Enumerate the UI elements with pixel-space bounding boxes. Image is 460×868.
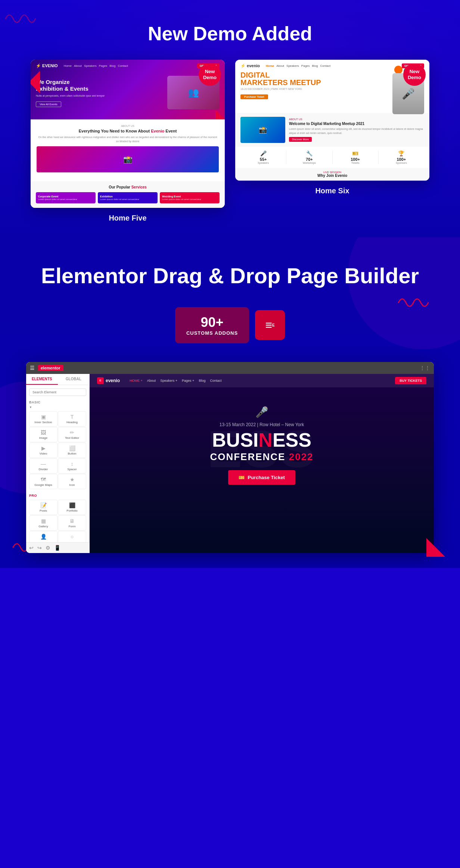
- card-six-hero-btn[interactable]: Purchase Ticket: [240, 94, 268, 99]
- card-six-why-title: Why Join Evenio: [240, 174, 424, 178]
- purchase-ticket-label: Purchase Ticket: [248, 475, 285, 480]
- demo-card-six[interactable]: NewDemo ⚡ evenio HomeAboutSpeakersPagesB…: [235, 60, 429, 222]
- sidebar-search: [26, 385, 89, 399]
- nav-link-blog[interactable]: Blog: [199, 379, 205, 383]
- canvas-hero-year: 2022: [289, 451, 314, 462]
- card-five-nav: ⚡ EVENIO HomeAboutSpeakersPagesBlogConta…: [36, 63, 220, 68]
- stat-tickets: 🎫 100+ Tickets: [333, 150, 379, 164]
- new-demo-title: New Demo Added: [22, 22, 438, 45]
- card-six-about-label: ABOUT US: [289, 118, 424, 121]
- deco-triangle-bottom-right: [426, 538, 445, 557]
- device-icon[interactable]: 📱: [54, 545, 60, 551]
- canvas-hero: ESS 🎤 13-15 March 2022 | Row Hotel – New…: [90, 387, 434, 500]
- stat-workshops: 🔧 70+ Workshops: [286, 150, 332, 164]
- canvas-hero-subtitle: CONFERENCE 2022: [105, 451, 419, 463]
- card-six-why-label: LIVE SESSION: [240, 171, 424, 174]
- widget-pro-6[interactable]: ○: [58, 531, 86, 543]
- card-six-header: ⚡ evenio HomeAboutSpeakersPagesBlogConta…: [235, 60, 429, 113]
- canvas-hero-title: BUSINESS: [105, 430, 419, 450]
- deco-triangle-tl: [31, 71, 40, 93]
- canvas-logo-icon: E: [97, 377, 104, 384]
- new-demo-section: New Demo Added NewDemo ⚡ EVENIO HomeAbou…: [0, 0, 460, 237]
- card-five-nav-links: HomeAboutSpeakersPagesBlogContact: [64, 64, 128, 68]
- widget-label: Icon: [60, 483, 84, 487]
- stat-tickets-icon: 🎫: [333, 150, 378, 156]
- redo-icon[interactable]: ↪: [37, 545, 42, 551]
- stat-speakers-num: 55+: [240, 157, 286, 162]
- card-five-services-title: Our Popular Services: [36, 185, 220, 189]
- widget-gallery[interactable]: ▦ Gallery: [29, 515, 58, 531]
- pro-section-label: PRO: [26, 492, 89, 498]
- widget-spacer[interactable]: ↕ Spacer: [58, 458, 86, 474]
- spacer-icon: ↕: [60, 461, 84, 467]
- stat-speakers-label: Speakers: [240, 162, 286, 164]
- nav-link-pages[interactable]: Pages +: [182, 379, 194, 383]
- canvas-navbar: E evenio HOME + About Speakers + Pages +…: [90, 374, 434, 387]
- widget-form[interactable]: 🖥 Form: [58, 515, 86, 531]
- service-item-exhibition: ExhibitionLorem ipsum dolor sit amet con…: [98, 192, 158, 203]
- widget-label: Spacer: [60, 468, 84, 471]
- settings-icon[interactable]: ⚙: [46, 545, 50, 551]
- sidebar-bottom-toolbar: ↩ ↪ ⚙ 📱: [26, 542, 90, 553]
- search-input[interactable]: [29, 388, 86, 396]
- stat-workshops-label: Workshops: [286, 162, 332, 164]
- text-editor-icon: ✏: [60, 430, 84, 435]
- tab-elements[interactable]: ELEMENTS: [26, 374, 58, 385]
- card-six-about-image: 📸: [240, 117, 285, 143]
- widget-icon[interactable]: ★ Icon: [58, 474, 86, 489]
- nav-link-speakers[interactable]: Speakers +: [160, 379, 177, 383]
- card-six-discover-btn[interactable]: Discover More: [289, 137, 312, 142]
- purchase-ticket-button[interactable]: 🎫 Purchase Ticket: [228, 470, 295, 485]
- canvas-hero-title-highlight: N: [258, 429, 273, 451]
- stat-sponsors-num: 100+: [379, 157, 424, 162]
- card-five-hero-sub: Nulla at perspiciatis, enim ullam sollic…: [36, 94, 164, 97]
- tab-global[interactable]: GLOBAL: [58, 374, 90, 385]
- stat-sponsors: 🏆 100+ Sponsors: [379, 150, 424, 164]
- addons-number: 90+: [186, 315, 238, 330]
- widget-pro-5[interactable]: 👤: [29, 531, 58, 543]
- demo-card-five[interactable]: NewDemo ⚡ EVENIO HomeAboutSpeakersPagesB…: [31, 60, 225, 222]
- card-six-logo: ⚡ evenio: [240, 63, 260, 68]
- hamburger-icon[interactable]: ☰: [30, 365, 35, 371]
- widget-heading[interactable]: T Heading: [58, 411, 86, 427]
- widget-button[interactable]: ⬜ Button: [58, 443, 86, 458]
- nav-link-about[interactable]: About: [147, 379, 156, 383]
- widget-portfolio[interactable]: ⬛ Portfolio: [58, 500, 86, 515]
- widget-posts[interactable]: 📝 Posts: [29, 500, 58, 515]
- card-five-hero-btn[interactable]: View All Events: [36, 102, 61, 107]
- card-five-about-image: 📸: [37, 146, 219, 172]
- widget-inner-section[interactable]: ▣ Inner Section: [29, 411, 58, 427]
- service-item-wedding: Wedding EventLorem ipsum dolor sit amet …: [160, 192, 220, 203]
- widget-label: Heading: [60, 421, 84, 424]
- stat-tickets-num: 100+: [333, 157, 378, 162]
- stat-sponsors-label: Sponsors: [379, 162, 424, 164]
- new-demo-badge-five: NewDemo: [199, 63, 221, 86]
- history-icon[interactable]: ↩: [29, 545, 34, 551]
- widget-label: Divider: [31, 468, 56, 471]
- elementor-sidebar: ELEMENTS GLOBAL BASIC ▼ ▣ Inner Section: [26, 374, 90, 553]
- canvas-mic-icon: 🎤: [105, 406, 419, 418]
- card-six-about-title: Welcome to Digital Marketing Meetup 2021: [289, 122, 424, 126]
- widget-label: Google Maps: [31, 483, 56, 487]
- nav-link-contact[interactable]: Contact: [210, 379, 221, 383]
- pro5-icon: 👤: [31, 534, 56, 540]
- card-six-hero: DIGITALMARKETERS MEETUP 18-20 DECEMBER 2…: [240, 71, 424, 109]
- widget-image[interactable]: 🖼 Image: [29, 427, 58, 442]
- widget-video[interactable]: ▶ Video: [29, 443, 58, 458]
- new-demo-badge-six: NewDemo: [403, 63, 426, 86]
- widget-label: Video: [31, 452, 56, 455]
- gallery-icon: ▦: [31, 518, 56, 524]
- button-icon: ⬜: [60, 445, 84, 451]
- canvas-nav-cta[interactable]: BUY TICKETS: [395, 377, 426, 384]
- nav-link-home[interactable]: HOME +: [130, 379, 143, 383]
- widget-divider[interactable]: — Divider: [29, 458, 58, 474]
- sidebar-tabs: ELEMENTS GLOBAL: [26, 374, 89, 385]
- widget-text-editor[interactable]: ✏ Text Editor: [58, 427, 86, 442]
- card-five-about-title: Everything You Need to Know About Evenio…: [37, 129, 219, 133]
- card-five-about-text: On the other hand we denounce with right…: [37, 135, 219, 143]
- elementor-badges-row: 90+ CUSTOMS ADDONS ≡ E: [22, 307, 438, 343]
- canvas-hero-date: 13-15 March 2022 | Row Hotel – New York: [105, 422, 419, 427]
- demo-cards-row: NewDemo ⚡ EVENIO HomeAboutSpeakersPagesB…: [22, 60, 438, 222]
- deco-triangle-br: [215, 110, 225, 119]
- widget-google-maps[interactable]: 🗺 Google Maps: [29, 474, 58, 489]
